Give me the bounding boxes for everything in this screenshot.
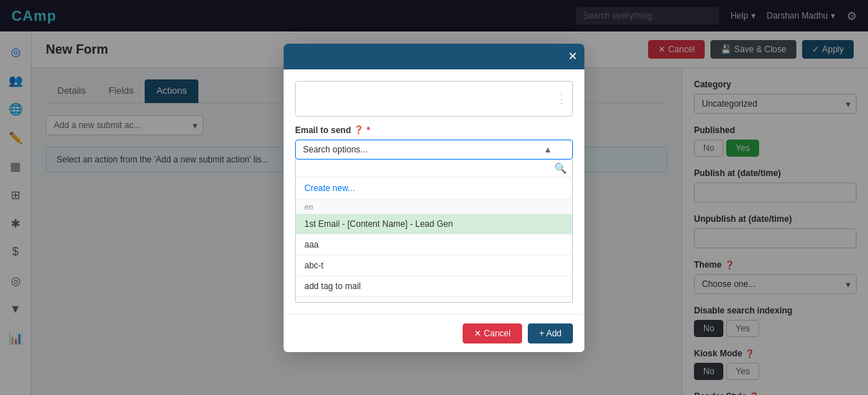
email-help-icon: ❓: [354, 125, 364, 135]
dropdown-search-row: 🔍: [296, 160, 572, 177]
modal-footer: ✕ Cancel + Add: [284, 314, 584, 352]
modal-textarea-area: ⋮: [295, 81, 573, 117]
email-dropdown-list: 🔍 Create new... en 1st Email - [Content …: [295, 160, 573, 303]
search-icon: 🔍: [554, 162, 566, 174]
modal-top-bar: ✕: [284, 44, 584, 69]
modal-body: ⋮ Email to send ❓ * Search options... ▲: [284, 69, 584, 314]
email-modal: ✕ ⋮ Email to send ❓ * Search options... …: [284, 44, 584, 352]
modal-close-button[interactable]: ✕: [568, 49, 577, 63]
email-select-wrapper: Search options... ▲ 🔍: [295, 140, 573, 303]
dropdown-item-0[interactable]: 1st Email - [Content Name] - Lead Gen: [296, 214, 572, 235]
dropdown-item-2[interactable]: abc-t: [296, 255, 572, 276]
dropdown-item-3[interactable]: add tag to mail: [296, 276, 572, 297]
chevron-up-icon: ▲: [544, 145, 552, 155]
dropdown-item-4[interactable]: ank: [296, 297, 572, 303]
modal-add-button[interactable]: + Add: [528, 323, 573, 343]
email-select-trigger[interactable]: Search options... ▲: [295, 140, 573, 160]
dropdown-item-1[interactable]: aaa: [296, 235, 572, 255]
modal-overlay: ✕ ⋮ Email to send ❓ * Search options... …: [0, 0, 868, 395]
modal-cancel-button[interactable]: ✕ Cancel: [463, 323, 522, 343]
modal-cancel-x-icon: ✕: [474, 328, 481, 338]
create-new-item[interactable]: Create new...: [296, 177, 572, 200]
required-asterisk: *: [367, 125, 370, 135]
email-to-label: Email to send ❓ *: [295, 125, 573, 135]
dropdown-search-input[interactable]: [302, 163, 554, 173]
dropdown-group-en: en: [296, 200, 572, 214]
